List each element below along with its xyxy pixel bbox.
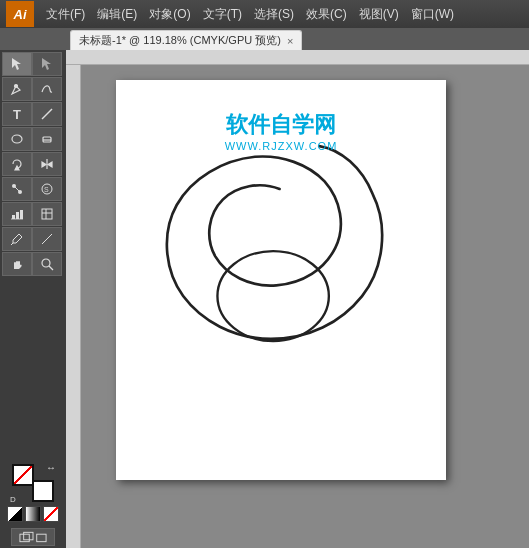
- arrange-icon[interactable]: [11, 528, 55, 546]
- menu-effect[interactable]: 效果(C): [300, 0, 353, 28]
- document-tab[interactable]: 未标题-1* @ 119.18% (CMYK/GPU 预览) ×: [70, 30, 302, 50]
- menu-window[interactable]: 窗口(W): [405, 0, 460, 28]
- svg-rect-29: [20, 534, 29, 541]
- zoom-tool[interactable]: [32, 252, 62, 276]
- svg-point-4: [12, 135, 22, 143]
- svg-rect-31: [37, 534, 46, 541]
- eyedropper-tool[interactable]: [2, 227, 32, 251]
- ruler-horizontal: /* ruler ticks */: [66, 50, 529, 65]
- tool-row-5: [2, 152, 64, 176]
- svg-rect-16: [12, 215, 15, 219]
- ellipse-tool[interactable]: [2, 127, 32, 151]
- tool-row-1: [2, 52, 64, 76]
- menu-text[interactable]: 文字(T): [197, 0, 248, 28]
- line-tool[interactable]: [32, 102, 62, 126]
- spiral-shape: [146, 130, 396, 430]
- menu-object[interactable]: 对象(O): [143, 0, 196, 28]
- rotate-tool[interactable]: [2, 152, 32, 176]
- canvas-area[interactable]: /* ruler ticks */ 软件自学网 WWW.RJZXW.COM: [66, 50, 529, 548]
- svg-rect-20: [42, 209, 52, 219]
- menu-file[interactable]: 文件(F): [40, 0, 91, 28]
- color-mode-gradient[interactable]: [25, 506, 41, 522]
- svg-point-27: [42, 259, 50, 267]
- watermark: 软件自学网 WWW.RJZXW.COM: [225, 110, 338, 152]
- tab-bar: 未标题-1* @ 119.18% (CMYK/GPU 预览) ×: [0, 28, 529, 50]
- tool-row-7: [2, 202, 64, 226]
- tool-row-2: [2, 77, 64, 101]
- svg-text:S: S: [44, 186, 49, 193]
- menu-bar: 文件(F) 编辑(E) 对象(O) 文字(T) 选择(S) 效果(C) 视图(V…: [40, 0, 523, 28]
- svg-line-26: [50, 234, 52, 236]
- blend-tool[interactable]: [2, 177, 32, 201]
- svg-rect-18: [20, 210, 23, 219]
- svg-line-13: [14, 186, 20, 192]
- fill-color-box[interactable]: [12, 464, 34, 486]
- title-bar: Ai 文件(F) 编辑(E) 对象(O) 文字(T) 选择(S) 效果(C) 视…: [0, 0, 529, 28]
- slice-tool[interactable]: [32, 202, 62, 226]
- watermark-title: 软件自学网: [225, 110, 338, 140]
- swap-colors-icon[interactable]: ↔: [46, 462, 56, 473]
- menu-view[interactable]: 视图(V): [353, 0, 405, 28]
- default-colors-icon[interactable]: D: [10, 495, 16, 504]
- eraser-tool[interactable]: [32, 127, 62, 151]
- tool-row-6: S: [2, 177, 64, 201]
- ai-logo: Ai: [6, 1, 34, 27]
- text-tool[interactable]: T: [2, 102, 32, 126]
- symbol-tool[interactable]: S: [32, 177, 62, 201]
- svg-marker-1: [42, 58, 51, 70]
- stroke-fill-indicator[interactable]: ↔ D: [10, 462, 56, 504]
- direct-select-tool[interactable]: [32, 52, 62, 76]
- stroke-color-box[interactable]: [32, 480, 54, 502]
- column-graph-tool[interactable]: [2, 202, 32, 226]
- hand-tool[interactable]: [2, 252, 32, 276]
- artboard-canvas: 软件自学网 WWW.RJZXW.COM: [116, 80, 446, 480]
- color-mode-row: [4, 506, 62, 522]
- svg-marker-0: [12, 58, 21, 70]
- menu-edit[interactable]: 编辑(E): [91, 0, 143, 28]
- ruler-vertical: [66, 65, 81, 548]
- svg-line-23: [11, 243, 13, 245]
- measure-tool[interactable]: [32, 227, 62, 251]
- menu-select[interactable]: 选择(S): [248, 0, 300, 28]
- svg-rect-17: [16, 212, 19, 219]
- svg-point-2: [15, 85, 18, 88]
- svg-line-28: [49, 266, 53, 270]
- select-tool[interactable]: [2, 52, 32, 76]
- tool-row-8: [2, 227, 64, 251]
- pen-tool[interactable]: [2, 77, 32, 101]
- main-area: T: [0, 50, 529, 548]
- svg-marker-10: [48, 162, 52, 167]
- tool-row-3: T: [2, 102, 64, 126]
- reflect-tool[interactable]: [32, 152, 62, 176]
- svg-marker-7: [15, 166, 19, 170]
- tool-row-4: [2, 127, 64, 151]
- tab-label: 未标题-1* @ 119.18% (CMYK/GPU 预览): [79, 33, 281, 48]
- tab-close-button[interactable]: ×: [287, 35, 293, 47]
- watermark-url: WWW.RJZXW.COM: [225, 140, 338, 152]
- svg-marker-9: [42, 162, 46, 167]
- toolbar: T: [0, 50, 66, 548]
- artboard-nav: [2, 528, 64, 546]
- color-mode-none[interactable]: [43, 506, 59, 522]
- tool-row-9: [2, 252, 64, 276]
- svg-point-32: [217, 251, 328, 341]
- color-area: ↔ D: [2, 458, 64, 526]
- svg-line-3: [42, 109, 52, 119]
- svg-line-25: [42, 242, 44, 244]
- color-mode-solid[interactable]: [7, 506, 23, 522]
- svg-rect-30: [24, 532, 33, 539]
- freehand-tool[interactable]: [32, 77, 62, 101]
